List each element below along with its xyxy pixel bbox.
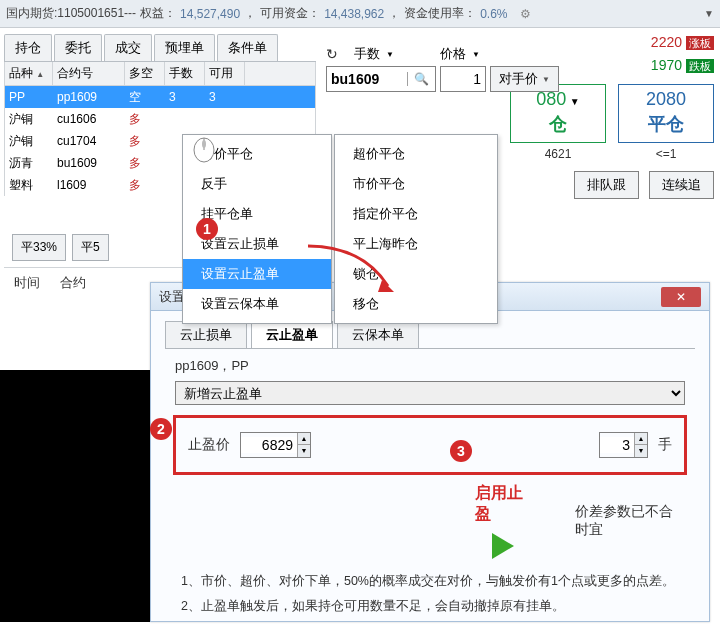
refresh-icon[interactable]: ↻ [326, 46, 338, 62]
param-note: 价差参数已不合时宜 [575, 503, 685, 539]
spin-down-icon[interactable]: ▼ [635, 445, 647, 457]
tab-fills[interactable]: 成交 [104, 34, 152, 61]
spin-up-icon[interactable]: ▲ [635, 433, 647, 445]
qty-dd-icon[interactable]: ▼ [386, 50, 394, 59]
spin-up-icon[interactable]: ▲ [298, 433, 310, 445]
context-submenu: 超价平仓 市价平仓 指定价平仓 平上海昨仓 锁仓 移仓 [334, 134, 498, 324]
price-mode-button[interactable]: 对手价▼ [490, 66, 559, 92]
menu-item[interactable]: 指定价平仓 [335, 199, 497, 229]
annotation-badge-2: 2 [150, 418, 172, 440]
gear-icon[interactable]: ⚙ [520, 7, 531, 21]
menu-item[interactable]: 市价平仓 [335, 169, 497, 199]
timeline-time: 时间 [14, 274, 40, 292]
limit-dn-label: 跌板 [686, 59, 714, 73]
chevron-down-icon: ▼ [542, 75, 550, 84]
params-redbox: 止盈价 ▲▼ ▲▼ 手 [173, 415, 687, 475]
search-input[interactable] [327, 71, 407, 87]
svg-point-2 [202, 140, 206, 148]
price-spinner[interactable]: ▲▼ [240, 432, 311, 458]
table-row[interactable]: 沪铜cu1606 多 [5, 108, 315, 130]
col-contract[interactable]: 合约号 [53, 62, 125, 85]
title-prefix: 国内期货:1105001651--- [6, 5, 136, 22]
chase-button[interactable]: 连续追 [649, 171, 714, 199]
spin-down-icon[interactable]: ▼ [298, 445, 310, 457]
stop-profit-window: 设置云止盈单 ✕ 云止损单 云止盈单 云保本单 pp1609，PP 新增云止盈单… [150, 282, 710, 622]
chevron-down-icon[interactable]: ▼ [704, 8, 714, 19]
usage-label: 资金使用率： [404, 5, 476, 22]
close-button[interactable]: 2080 平仓 [618, 84, 714, 143]
qty-input-child[interactable] [600, 437, 634, 453]
menu-item[interactable]: 平上海昨仓 [335, 229, 497, 259]
limit-dn-price: 1970 [651, 57, 682, 73]
limit-value: <=1 [618, 147, 714, 161]
enable-label: 启用止盈 [475, 483, 531, 525]
menu-item[interactable]: 反手 [183, 169, 331, 199]
tab-stop-profit[interactable]: 云止盈单 [251, 321, 333, 348]
open-button[interactable]: 080 ▼ 仓 [510, 84, 606, 143]
menu-item[interactable]: 移仓 [335, 289, 497, 319]
col-avail[interactable]: 可用 [205, 62, 245, 85]
order-select[interactable]: 新增云止盈单 [175, 381, 685, 405]
menu-item[interactable]: 设置云保本单 [183, 289, 331, 319]
tab-orders[interactable]: 委托 [54, 34, 102, 61]
usage-value: 0.6% [480, 7, 507, 21]
close-icon[interactable]: ✕ [661, 287, 701, 307]
price-dd-icon[interactable]: ▼ [472, 50, 480, 59]
col-variety[interactable]: 品种 ▲ [5, 62, 53, 85]
price-field-label: 止盈价 [188, 436, 230, 454]
black-area [0, 370, 150, 622]
menu-item[interactable]: 锁仓 [335, 259, 497, 289]
equity-label: 权益： [140, 5, 176, 22]
tab-preorders[interactable]: 预埋单 [154, 34, 215, 61]
table-row[interactable]: PPpp1609 空33 [5, 86, 315, 108]
col-side[interactable]: 多空 [125, 62, 165, 85]
notes-list: 1、市价、超价、对价下单，50%的概率成交在对价，与触发价有1个点或更多的点差。… [165, 559, 695, 624]
menu-item-highlighted[interactable]: 设置云止盈单 [183, 259, 331, 289]
queue-follow-button[interactable]: 排队跟 [574, 171, 639, 199]
tab-breakeven[interactable]: 云保本单 [337, 321, 419, 348]
chevron-down-icon: ▼ [570, 96, 580, 107]
search-icon[interactable]: 🔍 [407, 72, 435, 86]
close-5-button[interactable]: 平5 [72, 234, 109, 261]
note-line: 1、市价、超价、对价下单，50%的概率成交在对价，与触发价有1个点或更多的点差。 [181, 569, 679, 594]
mouse-cursor-icon [186, 136, 222, 172]
contract-label: pp1609，PP [165, 349, 695, 381]
close-33-button[interactable]: 平33% [12, 234, 66, 261]
limit-up-price: 2220 [651, 34, 682, 50]
limit-up-label: 涨板 [686, 36, 714, 50]
avail-value: 14,438,962 [324, 7, 384, 21]
qty-label: 手数 [354, 45, 380, 63]
annotation-badge-3: 3 [450, 440, 472, 462]
tab-positions[interactable]: 持仓 [4, 34, 52, 61]
tab-conditions[interactable]: 条件单 [217, 34, 278, 61]
note-line: 3、止盈单在云端运行，软件关闭后仍然有效，云端自动确认结算单。 [181, 619, 679, 624]
timeline-contract: 合约 [60, 274, 86, 292]
qty-unit: 手 [658, 436, 672, 454]
price-label: 价格 [440, 45, 466, 63]
annotation-badge-1: 1 [196, 218, 218, 240]
title-bar: 国内期货:1105001651--- 权益： 14,527,490 ， 可用资金… [0, 0, 720, 28]
col-qty[interactable]: 手数 [165, 62, 205, 85]
play-icon[interactable] [492, 533, 514, 559]
child-tabs: 云止损单 云止盈单 云保本单 [165, 321, 695, 349]
enable-button-group: 启用止盈 [475, 483, 531, 559]
qty-input[interactable] [440, 66, 486, 92]
contract-search[interactable]: 🔍 [326, 66, 436, 92]
sort-up-icon: ▲ [36, 70, 44, 79]
equity-value: 14,527,490 [180, 7, 240, 21]
queue-value: 4621 [510, 147, 606, 161]
position-tabs: 持仓 委托 成交 预埋单 条件单 [4, 34, 316, 62]
qty-spinner[interactable]: ▲▼ [599, 432, 648, 458]
note-line: 2、止盈单触发后，如果持仓可用数量不足，会自动撤掉原有挂单。 [181, 594, 679, 619]
price-input[interactable] [241, 437, 297, 453]
avail-label: 可用资金： [260, 5, 320, 22]
menu-item[interactable]: 超价平仓 [335, 139, 497, 169]
table-header: 品种 ▲ 合约号 多空 手数 可用 [4, 62, 316, 86]
tab-stop-loss[interactable]: 云止损单 [165, 321, 247, 348]
